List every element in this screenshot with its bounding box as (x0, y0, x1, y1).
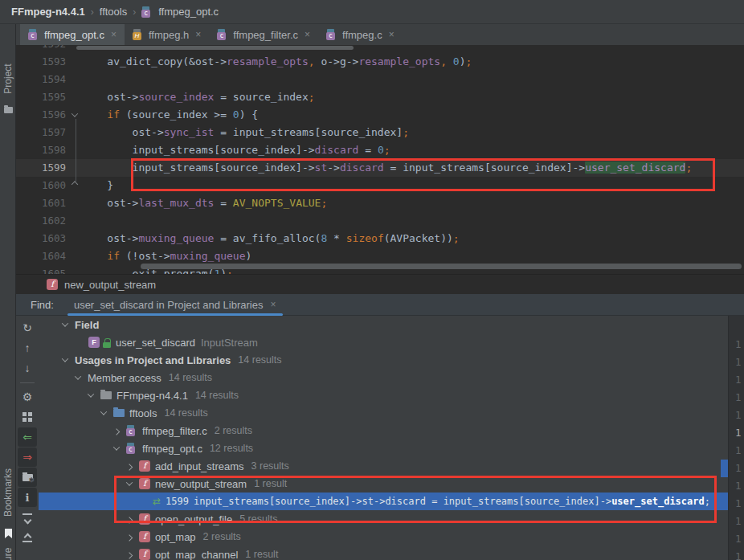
find-tab-label: user_set_discard in Project and Librarie… (74, 299, 264, 311)
expand-all-icon (22, 513, 32, 522)
folder-icon (100, 391, 112, 399)
tab-scrollbar-thumb[interactable] (76, 46, 354, 50)
tree-row-fftools[interactable]: fftools14 results (39, 404, 728, 422)
tree-row-new_output_stream[interactable]: fnew_output_stream1 result (39, 475, 728, 493)
read-access-filter-button[interactable]: ⇐ (18, 427, 37, 447)
tree-row-Member access[interactable]: Member access14 results (39, 369, 728, 386)
result-count: 1 result (254, 478, 287, 489)
rerun-search-button[interactable]: ↻ (18, 318, 37, 337)
result-count: 14 results (238, 354, 281, 366)
chevron-right-icon[interactable] (126, 552, 133, 558)
expand-all-button[interactable] (18, 508, 37, 527)
code-editor[interactable]: 15921593 av_dict_copy(&ost->resample_opt… (16, 45, 744, 274)
tool-window-button-project[interactable]: Project (2, 63, 14, 93)
result-count: 14 results (195, 390, 239, 401)
chevron-right-icon[interactable] (126, 534, 133, 541)
chevron-right-icon[interactable] (126, 517, 133, 523)
editor-tab-ffmpeg_opt.c[interactable]: cffmpeg_opt.c× (20, 24, 125, 45)
chevron-down-icon[interactable] (113, 444, 120, 450)
find-usages-panel: ↻↑↓⚙⇐⇒i FieldFuser_set_discardInputStrea… (16, 316, 744, 560)
read-write-access-icon: ⇄ (153, 496, 161, 507)
breadcrumb-folder[interactable]: fftools (100, 6, 127, 18)
fold-marker-icon[interactable] (72, 110, 78, 116)
result-count: 5 results (239, 513, 277, 525)
editor-tab-ffmpeg.h[interactable]: Hffmpeg.h× (125, 24, 209, 45)
breadcrumb-file[interactable]: ffmpeg_opt.c (158, 6, 219, 18)
code-line-1604[interactable]: 1604 if (!ost->muxing_queue) (16, 247, 744, 265)
editor-tab-bar: cffmpeg_opt.c×Hffmpeg.h×cffmpeg_filter.c… (16, 24, 744, 45)
code-line-1595[interactable]: 1595 ost->source_index = source_index; (16, 88, 744, 106)
chevron-right-icon[interactable] (113, 428, 120, 435)
write-access-filter-button[interactable]: ⇒ (18, 448, 37, 467)
function-icon: f (47, 279, 58, 290)
code-line-1598[interactable]: 1598 input_streams[source_index]->discar… (16, 141, 744, 159)
chevron-down-icon[interactable] (126, 479, 133, 485)
code-line-1600[interactable]: 1600 } (16, 177, 744, 194)
previous-occurrence-button[interactable]: ↑ (18, 338, 37, 358)
preview-usages-button[interactable]: i (18, 488, 37, 507)
tree-label: user_set_discard (116, 337, 195, 349)
editor-tab-ffmpeg.c[interactable]: cffmpeg.c× (318, 24, 403, 45)
chevron-right-icon[interactable] (126, 464, 133, 470)
tree-label: FFmpeg-n4.4.1 (117, 390, 188, 402)
chevron-down-icon[interactable] (62, 355, 68, 362)
tree-row-ffmpeg_opt.c[interactable]: cffmpeg_opt.c12 results (39, 439, 728, 457)
editor-horizontal-scrollbar-thumb[interactable] (141, 264, 742, 269)
find-label: Find: (31, 299, 54, 311)
chevron-down-icon[interactable] (100, 408, 107, 415)
tool-window-button-structure[interactable]: Structure (2, 548, 14, 560)
tool-window-button-bookmarks[interactable]: Bookmarks (2, 468, 14, 517)
close-icon[interactable]: × (270, 299, 276, 310)
tree-row-open_output_file[interactable]: fopen_output_file5 results (39, 510, 728, 528)
tree-row-Field[interactable]: Field (39, 316, 728, 333)
tree-row-Usages in Project and Libraries[interactable]: Usages in Project and Libraries14 result… (39, 351, 728, 369)
tree-label: Usages in Project and Libraries (75, 354, 231, 366)
usage-row[interactable]: ⇄1599input_streams[source_index]->st->di… (39, 493, 728, 510)
find-results-tab[interactable]: user_set_discard in Project and Librarie… (66, 294, 284, 316)
preview-line-number: 1 (735, 477, 743, 495)
tree-row-FFmpeg-n4.4.1[interactable]: FFmpeg-n4.4.114 results (39, 386, 728, 404)
tree-row-ffmpeg_filter.c[interactable]: cffmpeg_filter.c2 results (39, 422, 728, 439)
line-number: 1593 (16, 53, 66, 71)
lock-icon (103, 337, 111, 348)
code-line-1602[interactable]: 1602 (16, 212, 744, 230)
group-by-file-button[interactable] (18, 468, 37, 487)
function-icon: f (139, 478, 150, 489)
chevron-down-icon[interactable] (88, 390, 94, 397)
code-line-1593[interactable]: 1593 av_dict_copy(&ost->resample_opts, o… (16, 53, 744, 71)
code-line-1596[interactable]: 1596 if (source_index >= 0) { (16, 106, 744, 124)
fold-marker-icon[interactable] (72, 181, 78, 187)
group-by-button[interactable] (18, 407, 37, 427)
function-icon: f (139, 531, 150, 542)
settings-button[interactable]: ⚙ (18, 387, 37, 407)
chevron-down-icon[interactable] (62, 320, 68, 326)
preview-line-number: 1 (735, 548, 743, 560)
tree-row-opt_map_channel[interactable]: fopt_map_channel1 result (39, 546, 728, 560)
tree-row-add_input_streams[interactable]: fadd_input_streams3 results (39, 457, 728, 475)
editor-tab-ffmpeg_filter.c[interactable]: cffmpeg_filter.c× (209, 24, 318, 45)
tree-row-user_set_discard[interactable]: Fuser_set_discardInputStream (39, 333, 728, 351)
chevron-down-icon[interactable] (75, 373, 81, 379)
line-number: 1594 (16, 71, 66, 88)
code-line-1599[interactable]: 1599 input_streams[source_index]->st->di… (16, 159, 744, 177)
collapse-all-button[interactable] (18, 528, 37, 547)
code-line-1597[interactable]: 1597 ost->sync_ist = input_streams[sourc… (16, 124, 744, 141)
c-file-icon: c (141, 6, 153, 18)
close-icon[interactable]: × (305, 29, 310, 40)
close-icon[interactable]: × (195, 29, 201, 40)
tree-label: fftools (129, 407, 157, 419)
code-line-1594[interactable]: 1594 (16, 71, 744, 88)
breadcrumb-project[interactable]: FFmpeg-n4.4.1 (11, 6, 85, 18)
code-line-1603[interactable]: 1603 ost->muxing_queue = av_fifo_alloc(8… (16, 230, 744, 247)
close-icon[interactable]: × (389, 29, 394, 40)
line-number: 1597 (16, 124, 66, 141)
code-text: ost->source_index = source_index; (82, 88, 315, 106)
code-line-1601[interactable]: 1601 ost->last_mux_dts = AV_NOPTS_VALUE; (16, 194, 744, 212)
next-occurrence-button[interactable]: ↓ (18, 358, 37, 378)
close-icon[interactable]: × (111, 29, 117, 40)
line-number: 1592 (16, 45, 66, 53)
line-number: 1605 (16, 265, 66, 274)
tree-row-opt_map[interactable]: fopt_map2 results (39, 528, 728, 546)
title-breadcrumb-bar: FFmpeg-n4.4.1 › fftools › c ffmpeg_opt.c (0, 0, 744, 24)
breadcrumb-function[interactable]: new_output_stream (64, 279, 156, 291)
